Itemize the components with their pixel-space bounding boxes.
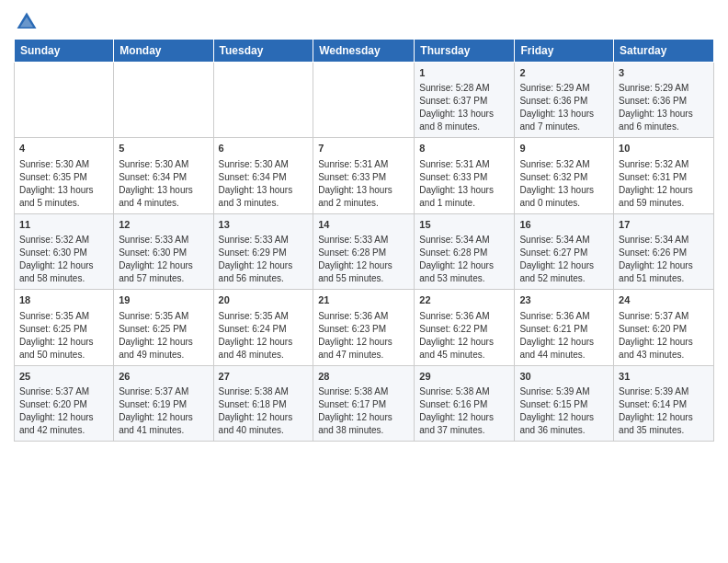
day-number: 13 xyxy=(219,218,309,232)
day-detail: Sunset: 6:32 PM xyxy=(519,171,609,184)
day-detail: Sunset: 6:24 PM xyxy=(219,323,309,336)
day-number: 12 xyxy=(119,218,208,232)
page: SundayMondayTuesdayWednesdayThursdayFrid… xyxy=(0,0,728,451)
day-of-week-thursday: Thursday xyxy=(415,40,515,63)
day-detail: and 52 minutes. xyxy=(519,272,609,285)
calendar-cell: 24Sunrise: 5:37 AMSunset: 6:20 PMDayligh… xyxy=(614,290,714,365)
calendar-cell: 27Sunrise: 5:38 AMSunset: 6:18 PMDayligh… xyxy=(213,365,313,441)
day-detail: Sunrise: 5:35 AM xyxy=(119,310,208,323)
day-detail: Sunset: 6:17 PM xyxy=(318,398,409,411)
day-detail: Daylight: 12 hours xyxy=(318,336,409,349)
day-detail: and 36 minutes. xyxy=(519,424,609,437)
day-detail: Sunset: 6:30 PM xyxy=(119,247,208,259)
day-of-week-sunday: Sunday xyxy=(15,40,114,63)
day-detail: Sunset: 6:21 PM xyxy=(519,323,609,336)
day-detail: Daylight: 13 hours xyxy=(419,184,509,197)
calendar-table: SundayMondayTuesdayWednesdayThursdayFrid… xyxy=(14,39,714,442)
day-of-week-friday: Friday xyxy=(515,40,614,63)
day-number: 21 xyxy=(318,293,409,307)
day-detail: Sunset: 6:28 PM xyxy=(419,247,509,259)
day-detail: Daylight: 12 hours xyxy=(219,336,309,349)
day-detail: Sunset: 6:36 PM xyxy=(619,95,709,108)
day-detail: Daylight: 12 hours xyxy=(119,411,208,424)
day-detail: Sunset: 6:16 PM xyxy=(419,398,509,411)
day-number: 22 xyxy=(419,293,509,307)
day-detail: Sunrise: 5:35 AM xyxy=(19,310,108,323)
day-number: 7 xyxy=(318,142,409,155)
day-detail: Sunrise: 5:39 AM xyxy=(619,385,709,398)
day-detail: Sunrise: 5:34 AM xyxy=(419,234,509,247)
day-number: 9 xyxy=(519,142,609,155)
day-detail: and 3 minutes. xyxy=(219,197,309,210)
day-detail: Sunset: 6:23 PM xyxy=(318,323,409,336)
day-detail: Sunset: 6:34 PM xyxy=(119,171,208,184)
day-of-week-tuesday: Tuesday xyxy=(213,40,313,63)
day-detail: Sunset: 6:19 PM xyxy=(119,398,208,411)
day-detail: Daylight: 12 hours xyxy=(519,259,609,272)
day-detail: Daylight: 12 hours xyxy=(318,259,409,272)
day-detail: Sunrise: 5:36 AM xyxy=(519,310,609,323)
day-detail: and 0 minutes. xyxy=(519,197,609,210)
day-detail: Daylight: 12 hours xyxy=(619,259,709,272)
day-detail: and 5 minutes. xyxy=(19,197,108,210)
day-detail: Sunset: 6:31 PM xyxy=(619,171,709,184)
day-number: 10 xyxy=(619,142,709,155)
logo-icon xyxy=(14,9,40,35)
day-number: 16 xyxy=(519,218,609,232)
day-detail: Sunset: 6:26 PM xyxy=(619,247,709,259)
day-detail: Daylight: 13 hours xyxy=(419,108,509,121)
day-detail: Daylight: 12 hours xyxy=(419,336,509,349)
day-number: 3 xyxy=(619,66,709,80)
day-detail: and 1 minute. xyxy=(419,197,509,210)
calendar-cell xyxy=(15,63,114,138)
day-detail: Daylight: 13 hours xyxy=(519,108,609,121)
day-detail: Daylight: 12 hours xyxy=(519,411,609,424)
day-detail: Sunrise: 5:30 AM xyxy=(119,158,208,171)
calendar-cell: 25Sunrise: 5:37 AMSunset: 6:20 PMDayligh… xyxy=(15,365,114,441)
day-number: 5 xyxy=(119,142,208,155)
day-detail: Sunrise: 5:39 AM xyxy=(519,385,609,398)
day-detail: Daylight: 12 hours xyxy=(619,336,709,349)
day-number: 25 xyxy=(19,370,108,384)
day-detail: Sunrise: 5:38 AM xyxy=(318,385,409,398)
calendar-cell: 10Sunrise: 5:32 AMSunset: 6:31 PMDayligh… xyxy=(614,138,714,213)
day-detail: Sunrise: 5:36 AM xyxy=(419,310,509,323)
calendar-cell: 7Sunrise: 5:31 AMSunset: 6:33 PMDaylight… xyxy=(313,138,415,213)
calendar-week-3: 11Sunrise: 5:32 AMSunset: 6:30 PMDayligh… xyxy=(15,213,714,289)
calendar-cell: 1Sunrise: 5:28 AMSunset: 6:37 PMDaylight… xyxy=(415,63,515,138)
day-detail: and 2 minutes. xyxy=(318,197,409,210)
calendar-cell: 4Sunrise: 5:30 AMSunset: 6:35 PMDaylight… xyxy=(15,138,114,213)
calendar-week-5: 25Sunrise: 5:37 AMSunset: 6:20 PMDayligh… xyxy=(15,365,714,441)
day-detail: Sunrise: 5:36 AM xyxy=(318,310,409,323)
day-detail: and 8 minutes. xyxy=(419,121,509,133)
day-number: 15 xyxy=(419,218,509,232)
day-detail: Sunset: 6:14 PM xyxy=(619,398,709,411)
day-detail: Sunset: 6:25 PM xyxy=(19,323,108,336)
calendar-cell: 5Sunrise: 5:30 AMSunset: 6:34 PMDaylight… xyxy=(114,138,213,213)
day-detail: Sunrise: 5:33 AM xyxy=(119,234,208,247)
day-detail: and 48 minutes. xyxy=(219,349,309,362)
calendar-cell: 12Sunrise: 5:33 AMSunset: 6:30 PMDayligh… xyxy=(114,213,213,289)
day-detail: and 40 minutes. xyxy=(219,424,309,437)
day-detail: Sunset: 6:15 PM xyxy=(519,398,609,411)
day-number: 18 xyxy=(19,293,108,307)
day-detail: Sunrise: 5:32 AM xyxy=(519,158,609,171)
day-detail: and 51 minutes. xyxy=(619,272,709,285)
day-of-week-monday: Monday xyxy=(114,40,213,63)
calendar-cell: 17Sunrise: 5:34 AMSunset: 6:26 PMDayligh… xyxy=(614,213,714,289)
calendar-cell: 22Sunrise: 5:36 AMSunset: 6:22 PMDayligh… xyxy=(415,290,515,365)
day-detail: Sunset: 6:33 PM xyxy=(419,171,509,184)
calendar-week-4: 18Sunrise: 5:35 AMSunset: 6:25 PMDayligh… xyxy=(15,290,714,365)
day-number: 1 xyxy=(419,66,509,80)
calendar-cell: 20Sunrise: 5:35 AMSunset: 6:24 PMDayligh… xyxy=(213,290,313,365)
calendar-cell xyxy=(213,63,313,138)
day-detail: Sunrise: 5:37 AM xyxy=(619,310,709,323)
day-detail: Sunrise: 5:33 AM xyxy=(219,234,309,247)
day-detail: Sunrise: 5:29 AM xyxy=(619,82,709,95)
day-detail: Sunrise: 5:30 AM xyxy=(19,158,108,171)
calendar-cell xyxy=(114,63,213,138)
day-detail: and 47 minutes. xyxy=(318,349,409,362)
day-detail: Sunset: 6:22 PM xyxy=(419,323,509,336)
day-detail: and 53 minutes. xyxy=(419,272,509,285)
day-number: 11 xyxy=(19,218,108,232)
